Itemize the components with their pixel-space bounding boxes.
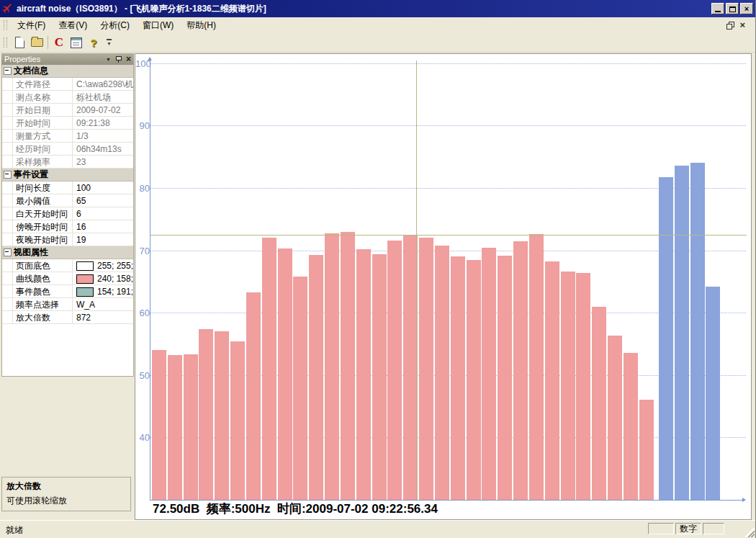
row-indent — [2, 207, 13, 220]
status-bar: 就绪 数字 — [0, 520, 755, 538]
property-label: 夜晚开始时间 — [13, 233, 73, 246]
maximize-button[interactable] — [726, 3, 739, 14]
spectrum-band-bar — [529, 234, 544, 500]
resize-grip[interactable] — [745, 528, 755, 537]
property-value-text: C:\awa6298\机场 — [76, 79, 133, 91]
property-value[interactable]: 100 — [73, 181, 133, 194]
collapse-toggle-icon[interactable] — [4, 248, 12, 256]
row-indent — [2, 285, 13, 297]
property-value[interactable]: 16 — [73, 220, 133, 233]
title-bar[interactable]: aircraft noise（ISO3891） - [飞机噪声分析1-1836二… — [0, 0, 755, 17]
property-value[interactable]: 65 — [73, 194, 133, 207]
row-indent — [2, 130, 13, 142]
spectrum-plot-area[interactable]: 100908070605040 — [135, 54, 751, 519]
collapse-toggle-icon[interactable] — [4, 67, 12, 75]
property-label: 频率点选择 — [13, 298, 73, 310]
y-axis-tick-label: 90 — [135, 121, 150, 130]
maximize-icon — [729, 6, 736, 12]
toolbar-overflow-button[interactable]: ▼ — [107, 39, 112, 47]
property-description-box: 放大倍数 可使用滚轮缩放 — [1, 477, 131, 511]
app-airplane-icon — [2, 3, 14, 14]
close-button[interactable]: × — [740, 3, 753, 14]
overall-level-bar — [659, 177, 673, 500]
menu-item[interactable]: 分析(C) — [94, 18, 136, 33]
section-title: 视图属性 — [14, 246, 48, 259]
selected-property-name: 放大倍数 — [6, 480, 126, 493]
spectrum-band-bar — [592, 307, 606, 500]
property-row: 文件路径C:\awa6298\机场 — [2, 78, 133, 91]
spectrum-band-bar — [230, 341, 245, 500]
row-indent — [2, 143, 13, 155]
collapse-toggle-icon[interactable] — [4, 171, 12, 179]
new-document-button[interactable] — [12, 35, 27, 50]
property-row: 频率点选择W_A — [2, 298, 133, 311]
window-title: aircraft noise（ISO3891） - [飞机噪声分析1-1836二… — [17, 3, 266, 15]
property-value-text: 09:21:38 — [76, 118, 110, 128]
properties-panel: Properties ▼ × 文档信息文件路径C:\awa6298\机场测点名称… — [1, 53, 134, 519]
properties-panel-header[interactable]: Properties ▼ × — [1, 53, 134, 65]
row-indent — [2, 194, 13, 207]
property-row: 放大倍数872 — [2, 311, 133, 324]
c-analysis-button[interactable]: C — [51, 35, 67, 50]
overall-level-bar — [675, 166, 689, 500]
section-header[interactable]: 视图属性 — [2, 246, 133, 259]
row-indent — [2, 78, 13, 90]
menu-item[interactable]: 帮助(H) — [180, 18, 222, 33]
property-value-text: 255; 255; 25 — [97, 261, 133, 271]
open-folder-icon — [31, 38, 43, 47]
open-file-button[interactable] — [29, 35, 45, 50]
panel-close-icon[interactable]: × — [126, 55, 131, 63]
mdi-close-button[interactable]: × — [739, 22, 745, 29]
section-header[interactable]: 文档信息 — [2, 65, 133, 78]
property-value-text: 154; 191; 18 — [97, 287, 133, 297]
property-label: 采样频率 — [13, 156, 73, 168]
menubar-grip[interactable] — [4, 20, 7, 30]
row-indent — [2, 181, 13, 194]
spectrum-chart-panel: 100908070605040 72.50dB 频率:500Hz 时间:2009… — [135, 53, 752, 520]
spectrum-band-bar — [545, 261, 559, 500]
properties-panel-title: Properties — [4, 55, 40, 63]
row-indent — [2, 233, 13, 246]
selected-property-hint: 可使用滚轮缩放 — [6, 496, 67, 506]
spectrum-band-bar — [309, 255, 323, 500]
overall-level-bar — [706, 287, 720, 500]
y-axis-tick-label: 50 — [135, 371, 150, 380]
help-question-icon: ? — [90, 37, 96, 49]
menu-item[interactable]: 查看(V) — [52, 18, 94, 33]
toolbar-separator — [48, 36, 48, 49]
y-axis-arrow-icon — [148, 57, 152, 60]
row-indent — [2, 220, 13, 233]
menu-item[interactable]: 文件(F) — [11, 18, 52, 33]
toolbar-grip[interactable] — [4, 37, 7, 48]
property-value[interactable]: 6 — [73, 207, 133, 220]
property-value[interactable]: 19 — [73, 233, 133, 246]
row-indent — [2, 156, 13, 168]
property-value[interactable]: 154; 191; 18 — [73, 285, 133, 297]
property-value-text: 2009-07-02 — [76, 105, 120, 115]
property-value-text: 100 — [76, 183, 91, 193]
property-value[interactable]: 872 — [73, 311, 133, 323]
menu-item[interactable]: 窗口(W) — [136, 18, 180, 33]
property-value-text: 240; 158; 15 — [97, 274, 133, 284]
y-axis-tick-label: 60 — [135, 308, 150, 318]
y-axis-tick-label: 40 — [135, 433, 150, 442]
overall-level-bar — [690, 163, 705, 500]
properties-button[interactable] — [68, 35, 84, 50]
property-value[interactable]: 240; 158; 15 — [73, 272, 133, 284]
property-value[interactable]: W_A — [73, 298, 133, 310]
pin-icon[interactable] — [115, 55, 122, 63]
property-row: 采样频率23 — [2, 156, 133, 169]
help-button[interactable]: ? — [86, 35, 102, 50]
property-value-text: 65 — [76, 196, 86, 206]
mdi-restore-button[interactable] — [726, 22, 734, 29]
spectrum-band-bar — [419, 238, 433, 500]
y-axis-tick-label: 70 — [135, 246, 150, 256]
panel-dropdown-icon[interactable]: ▼ — [106, 57, 111, 62]
spectrum-band-bar — [341, 232, 355, 500]
property-value[interactable]: 255; 255; 25 — [73, 259, 133, 272]
row-indent — [2, 298, 13, 310]
spectrum-band-bar — [639, 400, 654, 500]
section-header[interactable]: 事件设置 — [2, 169, 133, 181]
minimize-button[interactable] — [711, 3, 724, 14]
property-value-text: 1/3 — [76, 131, 89, 141]
